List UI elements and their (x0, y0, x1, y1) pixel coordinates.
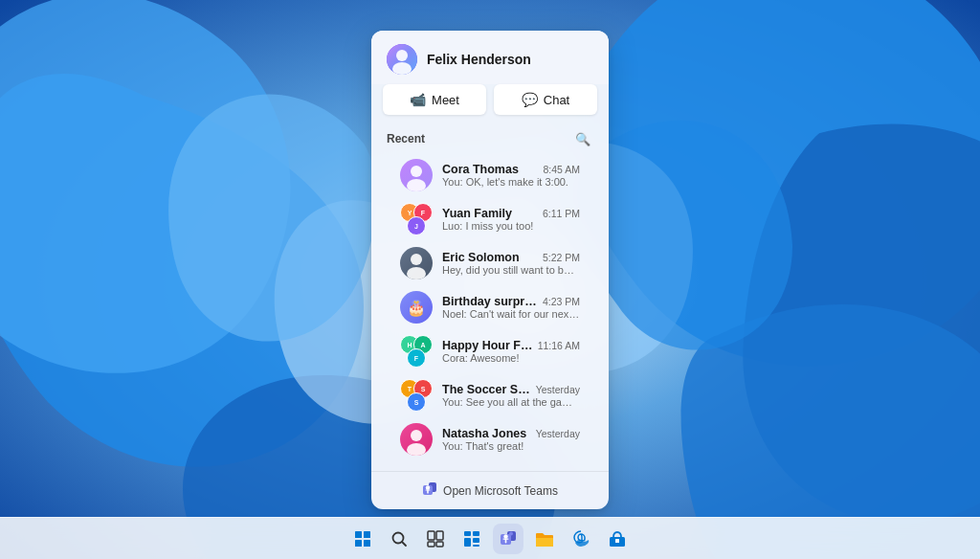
taskbar (0, 517, 980, 559)
svg-rect-16 (364, 531, 370, 538)
chat-item-4[interactable]: 🎂 Birthday surprise! 4:23 PM Noel: Can't… (385, 285, 595, 329)
svg-rect-17 (355, 540, 362, 547)
chat-info-1: Cora Thomas 8:45 AM You: OK, let's make … (442, 163, 580, 188)
chat-preview-7: You: That's great! (442, 440, 580, 452)
avatar-cora-thomas (400, 159, 433, 191)
chat-info-5: Happy Hour Friends 11:16 AM Cora: Awesom… (442, 339, 580, 364)
chat-panel: Felix Henderson 📹 Meet 💬 Chat Recent 🔍 (371, 31, 609, 509)
svg-rect-23 (428, 542, 434, 547)
svg-rect-18 (364, 540, 370, 547)
search-icon (390, 530, 408, 548)
chat-name-7: Natasha Jones (442, 427, 526, 440)
meet-label: Meet (432, 93, 459, 107)
explorer-icon (535, 530, 554, 548)
chat-time-2: 6:11 PM (543, 208, 580, 219)
chat-info-3: Eric Solomon 5:22 PM Hey, did you still … (442, 251, 580, 276)
chat-label: Chat (544, 93, 569, 107)
avatar-soccer-squad: T S S (400, 379, 433, 412)
chat-name-4: Birthday surprise! (442, 295, 539, 308)
taskbar-teams-button[interactable] (493, 524, 523, 554)
svg-point-33 (503, 534, 507, 538)
chat-info-4: Birthday surprise! 4:23 PM Noel: Can't w… (442, 295, 580, 320)
chat-icon: 💬 (522, 92, 538, 107)
taskbar-taskview-button[interactable] (420, 524, 451, 554)
chat-preview-1: You: OK, let's make it 3:00. (442, 176, 580, 188)
taskbar-search-button[interactable] (384, 524, 414, 554)
chat-name-2: Yuan Family (442, 207, 512, 220)
chat-time-4: 4:23 PM (543, 296, 580, 307)
edge-icon (572, 530, 590, 548)
svg-rect-21 (428, 531, 434, 540)
svg-rect-28 (473, 538, 479, 543)
avatar-happy-hour-friends: H A F (400, 335, 433, 368)
chat-panel-header: Felix Henderson (371, 31, 609, 84)
svg-point-19 (393, 532, 404, 543)
svg-point-2 (392, 62, 412, 75)
action-buttons: 📹 Meet 💬 Chat (371, 84, 609, 124)
chat-item-5[interactable]: H A F Happy Hour Friends 11:16 AM Cora: … (385, 329, 595, 373)
chat-name-6: The Soccer Squad (442, 383, 532, 396)
avatar-birthday-surprise: 🎂 (400, 291, 433, 324)
svg-point-5 (411, 254, 422, 265)
search-button[interactable]: 🔍 (572, 128, 593, 149)
svg-rect-37 (615, 539, 619, 543)
taskbar-store-button[interactable] (602, 524, 633, 554)
svg-rect-22 (436, 531, 443, 540)
avatar-eric-solomon (400, 247, 433, 280)
teams-logo-icon (422, 481, 437, 500)
chat-preview-2: Luo: I miss you too! (442, 220, 580, 232)
widgets-icon (463, 530, 480, 548)
svg-rect-14 (427, 490, 429, 494)
svg-point-3 (411, 166, 422, 177)
chat-name-3: Eric Solomon (442, 251, 520, 264)
user-avatar (387, 44, 417, 75)
chat-time-3: 5:22 PM (543, 252, 580, 263)
svg-point-4 (407, 179, 426, 191)
chat-name-5: Happy Hour Friends (442, 339, 534, 352)
svg-rect-26 (473, 531, 479, 536)
chat-preview-3: Hey, did you still want to borrow the no… (442, 264, 580, 276)
avatar-yuan-family: Y F J (400, 203, 433, 235)
video-icon: 📹 (410, 92, 426, 107)
taskbar-widgets-button[interactable] (457, 524, 487, 554)
user-name: Felix Henderson (427, 52, 531, 67)
svg-point-8 (407, 443, 426, 456)
chat-name-1: Cora Thomas (442, 163, 519, 176)
open-teams-label: Open Microsoft Teams (443, 484, 558, 498)
chat-info-2: Yuan Family 6:11 PM Luo: I miss you too! (442, 207, 580, 232)
chat-item-1[interactable]: Cora Thomas 8:45 AM You: OK, let's make … (385, 153, 595, 197)
avatar-natasha-jones (400, 423, 433, 456)
chat-time-6: Yesterday (536, 384, 580, 395)
taskview-icon (427, 530, 444, 548)
chat-time-7: Yesterday (536, 428, 580, 439)
chat-list: Cora Thomas 8:45 AM You: OK, let's make … (387, 153, 593, 461)
svg-point-12 (426, 485, 430, 489)
chat-item-6[interactable]: T S S The Soccer Squad Yesterday You: Se… (385, 373, 595, 417)
chat-preview-4: Noel: Can't wait for our next catch up! (442, 308, 580, 320)
svg-point-7 (411, 430, 422, 441)
meet-button[interactable]: 📹 Meet (383, 84, 486, 115)
open-teams-button[interactable]: Open Microsoft Teams (371, 471, 609, 509)
taskbar-explorer-button[interactable] (529, 524, 560, 554)
chat-item-2[interactable]: Y F J Yuan Family 6:11 PM Luo: I miss yo… (385, 197, 595, 241)
svg-rect-27 (464, 538, 471, 547)
svg-rect-25 (464, 531, 471, 536)
taskbar-edge-button[interactable] (566, 524, 596, 554)
chat-time-5: 11:16 AM (538, 340, 580, 351)
svg-point-6 (407, 267, 426, 280)
svg-rect-29 (473, 545, 479, 547)
chat-button[interactable]: 💬 Chat (494, 84, 597, 115)
svg-point-1 (396, 50, 408, 61)
chat-preview-6: You: See you all at the game :) (442, 396, 580, 408)
chat-item-3[interactable]: Eric Solomon 5:22 PM Hey, did you still … (385, 241, 595, 285)
chat-preview-5: Cora: Awesome! (442, 352, 580, 364)
taskbar-start-button[interactable] (347, 524, 378, 554)
chat-info-6: The Soccer Squad Yesterday You: See you … (442, 383, 580, 408)
chat-time-1: 8:45 AM (543, 164, 580, 175)
recent-section: Recent 🔍 Cora Thomas 8:45 AM You: OK, (371, 124, 609, 467)
svg-line-20 (403, 542, 407, 546)
svg-rect-35 (505, 538, 507, 543)
start-icon (354, 530, 371, 548)
chat-item-7[interactable]: Natasha Jones Yesterday You: That's grea… (385, 417, 595, 461)
svg-rect-15 (355, 531, 362, 538)
